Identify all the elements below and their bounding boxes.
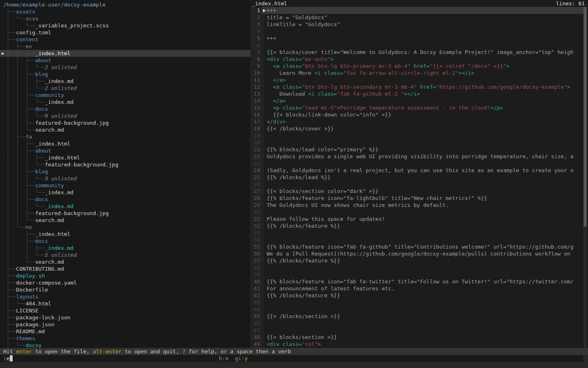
file-name: community: [35, 92, 64, 98]
tree-row[interactable]: │ └──404.html: [0, 300, 250, 307]
tree-row[interactable]: │ ├──_index.html: [0, 231, 250, 238]
status-bar: Hit enter to open the file, alt-enter to…: [0, 348, 588, 355]
tree-row[interactable]: ├──CONTRIBUTING.md: [0, 265, 250, 272]
tree-row[interactable]: ├──themes: [0, 335, 250, 342]
syntax-plain: {{< blocks/section color="dark" >}}: [267, 188, 379, 194]
line-number: 31: [250, 215, 260, 222]
code-line: 42{{% /blocks/feature %}}: [250, 292, 588, 299]
syntax-plain: +++: [267, 7, 276, 13]
file-name: _index.html: [35, 231, 70, 237]
tree-row[interactable]: │ │ ├──_index.md: [0, 245, 250, 251]
tree-row[interactable]: │ │ ├──blog: [0, 168, 250, 175]
tree-row[interactable]: │ └──search.md: [0, 258, 250, 265]
syntax-tag: >: [567, 84, 570, 90]
tree-branch-lines: ├──: [3, 287, 16, 293]
code-lines: 1▶+++2title = "Goldydocs"3linkTitle = "G…: [250, 7, 588, 348]
preview-scrollbar[interactable]: [584, 7, 587, 348]
syntax-plain: {{< blocks/link-down color="info" >}}: [267, 112, 391, 118]
code-line: 43: [250, 299, 588, 306]
tree-row[interactable]: │ │ ├──featured-background.jpg: [0, 210, 250, 217]
tree-row[interactable]: │ ├──en: [0, 43, 250, 50]
tree-row[interactable]: │ │ │ ├──_index.html: [0, 154, 250, 161]
tree-branch-lines: │ └──: [3, 301, 26, 307]
tree-row[interactable]: │ └──_variables_project.scss: [0, 22, 250, 29]
syntax-tag: ></i>: [404, 91, 420, 97]
command-input-row[interactable]: :e h:n gi:y: [0, 355, 583, 362]
tree-row[interactable]: │ ├──docs: [0, 238, 250, 245]
code-text: {{< blocks/section color="dark" >}}: [267, 188, 379, 195]
tree-branch-lines: │ │ ├──: [3, 50, 35, 56]
tree-branch-lines: ├──: [3, 314, 16, 321]
tree-branch-lines: │ │ │ ├──: [3, 78, 45, 84]
tree-row[interactable]: │ │ │ └──3 unlisted: [0, 175, 250, 182]
file-name: assets: [16, 9, 35, 15]
tree-row[interactable]: │ │ │ ├──_index.md: [0, 78, 250, 85]
tree-row[interactable]: │ │ ├──featured-background.jpg: [0, 119, 250, 126]
mode-hints: h:n gi:y: [219, 355, 247, 362]
tree-row[interactable]: ├──Dockerfile: [0, 286, 250, 293]
tree-row[interactable]: │ │ ├──about: [0, 57, 250, 64]
tree-row[interactable]: │ │ └──search.md: [0, 217, 250, 224]
tree-branch-lines: │ │ │ ├──: [3, 155, 45, 161]
line-number: 10: [250, 70, 260, 76]
tree-row[interactable]: │ │ └──5 unlisted: [0, 251, 250, 258]
code-line: 14 </a>: [250, 97, 588, 104]
tree-row[interactable]: │ └──no: [0, 224, 250, 231]
tree-row[interactable]: ├──package.json: [0, 321, 250, 328]
tree-row[interactable]: ├──assets: [0, 8, 250, 15]
tree-row[interactable]: │ │ │ └──2 unlisted: [0, 85, 250, 92]
tree-branch-lines: ├──: [3, 273, 16, 279]
line-number: 38: [250, 264, 260, 271]
tree-branch-lines: │ │ ├──: [3, 168, 35, 175]
tree-row[interactable]: │ │ │ └──_index.md: [0, 203, 250, 210]
tree-row[interactable]: ├──docker-compose.yaml: [0, 279, 250, 286]
tree-row[interactable]: │ │ ├──_index.html: [0, 140, 250, 147]
line-number: 2: [250, 14, 260, 21]
tree-branch-lines: │ │ │ └──: [3, 85, 45, 91]
file-name: package.json: [16, 321, 54, 328]
file-name: _index.md: [45, 245, 74, 251]
tree-row[interactable]: │ │ ├──docs: [0, 105, 250, 112]
tree-row[interactable]: ├──README.md: [0, 328, 250, 335]
code-line: 20: [250, 139, 588, 146]
code-line: 13 Download <i class="fab fa-github ml-2…: [250, 90, 588, 97]
file-name: docker-compose.yaml: [16, 280, 77, 286]
command-input[interactable]: :e: [3, 355, 10, 362]
tree-row[interactable]: │ │ ├──docs: [0, 196, 250, 203]
tree-row[interactable]: │ │ │ └──2 unlisted: [0, 64, 250, 71]
status-text-segment: to open and quit,: [122, 348, 183, 355]
tree-row[interactable]: ├──LICENSE: [0, 307, 250, 314]
tree-row[interactable]: ├──layouts: [0, 293, 250, 300]
tree-row[interactable]: │ │ │ └──_index.md: [0, 189, 250, 196]
tree-row-selected[interactable]: ▶ │ │ ├──_index.html: [0, 50, 250, 57]
tree-row[interactable]: │ │ ├──blog: [0, 71, 250, 78]
tree-row[interactable]: ├──content: [0, 36, 250, 43]
tree-row[interactable]: │ │ ├──community: [0, 92, 250, 99]
tree-row[interactable]: │ ├──fa: [0, 133, 250, 140]
syntax-plain: {{< /blocks/section >}}: [267, 313, 340, 319]
line-number: 12: [250, 83, 260, 90]
code-text: Please follow this space for updates!: [267, 215, 385, 222]
code-line: 3linkTitle = "Goldydocs": [250, 21, 588, 28]
tree-row[interactable]: │ │ ├──about: [0, 147, 250, 154]
tree-row[interactable]: │ │ │ └──featured-background.jpg: [0, 161, 250, 168]
tree-row[interactable]: │ │ │ └──9 unlisted: [0, 112, 250, 119]
syntax-tag: </p>: [490, 105, 503, 111]
tree-row[interactable]: ├──package-lock.json: [0, 314, 250, 321]
tree-row[interactable]: ├──deploy.sh: [0, 272, 250, 279]
syntax-plain: Goldydocs provides a single web UI provi…: [267, 153, 573, 159]
tree-row[interactable]: ├──config.toml: [0, 29, 250, 36]
unlisted-count: 9 unlisted: [45, 113, 77, 119]
code-text: {{< blocks/section >}}: [267, 334, 337, 341]
tree-row[interactable]: │ │ │ └──_index.md: [0, 99, 250, 105]
syntax-tag: >: [506, 63, 510, 69]
code-text: The Goldydocs UI now shows chair size me…: [267, 202, 449, 209]
tree-row[interactable]: │ │ └──search.md: [0, 126, 250, 133]
tree-row[interactable]: │ └──docsy: [0, 342, 250, 348]
file-name: docs: [35, 106, 48, 112]
preview-header: _index.html lines: 81: [250, 0, 588, 7]
tree-row[interactable]: │ │ ├──community: [0, 182, 250, 189]
hint-label: gi:: [235, 355, 244, 361]
scrollbar-thumb[interactable]: [584, 7, 587, 227]
tree-row[interactable]: │ └──scss: [0, 15, 250, 22]
